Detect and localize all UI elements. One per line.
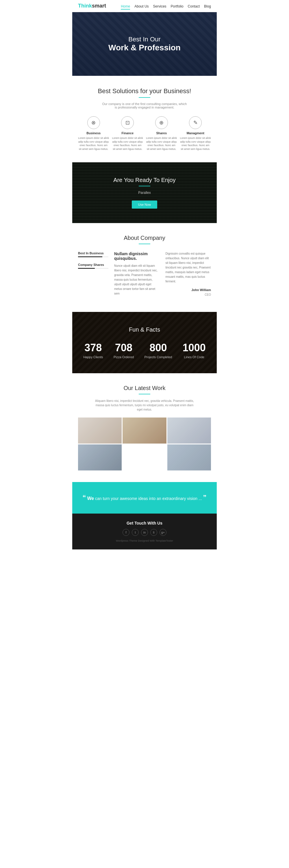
quote-open-mark: “ [82,494,86,501]
nav-item-blog[interactable]: Blog [204,4,211,8]
feature-desc: Lorem ipsum dolor sit alink adip tulla c… [180,136,211,151]
feature-finance: ⊡ Finance Lorem ipsum dolor sit alink ad… [112,116,143,151]
fact-number: 378 [83,342,103,354]
parallax-section: Are You Ready To Enjoy Parallex Use Now [72,162,217,223]
feature-desc: Lorem ipsum dolor sit alink adip tulla c… [146,136,177,151]
feature-managment: ✎ Managment Lorem ipsum dolor sit alink … [180,116,211,151]
parallax-subtext: Parallex [78,191,211,195]
social-icon-gplus[interactable]: g+ [159,529,167,536]
progress-bar [78,268,108,269]
shares-icon: ⊕ [155,116,168,129]
quote-section: “ We can turn your awesome ideas into an… [72,482,217,513]
footer-heading: Get Touch With Us [78,521,211,525]
social-icon-f[interactable]: f [122,529,130,536]
portfolio-item-4[interactable] [78,444,122,470]
feature-name: Managment [180,131,211,135]
portfolio-item-3[interactable] [167,417,211,443]
progress-fill [78,268,95,269]
feature-business: ⊗ Business Lorem ipsum dolor sit alink a… [78,116,109,151]
fact-item: 800 Projects Completed [144,342,172,359]
hero-content: Best In Our Work & Profession [108,36,181,52]
fact-number: 708 [114,342,134,354]
about-section: About Company Best In Business Company S… [72,223,217,312]
solutions-subtext: Our company is one of the first consulti… [101,102,188,109]
features-list: ⊗ Business Lorem ipsum dolor sit alink a… [78,116,211,151]
finance-icon: ⊡ [121,116,134,129]
feature-desc: Lorem ipsum dolor sit alink adip tulla c… [78,136,109,151]
nav-item-services[interactable]: Services [153,4,167,8]
portfolio-grid [78,417,211,470]
footer-copyright: Wordpress Theme Designed With TemplateTo… [78,539,211,542]
about-underline [139,244,150,244]
about-right-text: Dignissim convallis est quisque onfaucib… [166,251,211,284]
brand-logo[interactable]: Thinksmart [78,3,106,9]
fact-number: 1000 [183,342,206,354]
fact-label: Pizza Ordered [114,355,134,359]
facts-grid: 378 Happy Clients 708 Pizza Ordered 800 … [78,342,211,359]
quote-rest: can turn your awesome ideas into an extr… [94,496,202,501]
about-middle: Nullam dignissim quisquibus. Nunce ulput… [114,251,160,300]
nav-item-about-us[interactable]: About Us [134,4,149,8]
hero-section: Best In Our Work & Profession [72,12,217,76]
about-author: John William CEO [166,288,211,297]
stat-label: Company Shares [78,263,108,267]
nav-menu: HomeAbout UsServicesPortfolioContactBlog [121,3,211,9]
fact-item: 708 Pizza Ordered [114,342,134,359]
fact-label: Lines Of Code [183,355,206,359]
brand-think: Think [78,3,92,9]
navbar: Thinksmart HomeAbout UsServicesPortfolio… [72,0,217,12]
about-right: Dignissim convallis est quisque onfaucib… [166,251,211,300]
nav-item-portfolio[interactable]: Portfolio [171,4,183,8]
stat-item: Company Shares [78,263,108,269]
social-icon-in[interactable]: in [141,529,148,536]
feature-desc: Lorem ipsum dolor sit alink adip tulla c… [112,136,143,151]
fact-label: Happy Clients [83,355,103,359]
brand-smart: smart [92,3,106,9]
quote-text: “ We can turn your awesome ideas into an… [81,492,208,503]
feature-shares: ⊕ Shares Lorem ipsum dolor sit alink adi… [146,116,177,151]
hero-line2: Work & Profession [108,43,181,52]
quote-close-mark: ” [203,494,207,501]
portfolio-item-1[interactable] [78,417,122,443]
fun-facts-section: Fun & Facts 378 Happy Clients 708 Pizza … [72,312,217,373]
about-middle-heading: Nullam dignissim quisquibus. [114,251,160,261]
portfolio-item-6[interactable] [167,444,211,470]
nav-item-contact[interactable]: Contact [188,4,200,8]
footer: Get Touch With Us ftinlig+ Wordpress The… [72,514,217,550]
solutions-heading: Best Solutions for your Business! [78,87,211,95]
author-name: John William [166,288,211,292]
about-content: Best In Business Company Shares Nullam d… [78,251,211,300]
fact-item: 1000 Lines Of Code [183,342,206,359]
parallax-underline [139,186,150,186]
author-title: CEO [205,293,211,296]
portfolio-item-5[interactable] [122,444,166,470]
feature-name: Business [78,131,109,135]
portfolio-underline [139,394,150,394]
fact-item: 378 Happy Clients [83,342,103,359]
social-icon-li[interactable]: li [150,529,157,536]
feature-name: Finance [112,131,143,135]
nav-item-home[interactable]: Home [121,4,130,9]
progress-fill [78,256,102,257]
solutions-underline [139,97,150,98]
stat-item: Best In Business [78,251,108,257]
progress-bar [78,256,108,257]
use-now-button[interactable]: Use Now [132,200,157,209]
solutions-section: Best Solutions for your Business! Our co… [72,76,217,162]
feature-name: Shares [146,131,177,135]
hero-line1: Best In Our [108,36,181,43]
fact-label: Projects Completed [144,355,172,359]
social-icons: ftinlig+ [78,529,211,536]
stat-label: Best In Business [78,251,108,255]
portfolio-heading: Our Latest Work [78,385,211,392]
about-middle-text: Nunce ulputt diam elit sit liquam libero… [114,264,160,296]
portfolio-section: Our Latest Work Aliquam libero nisi, imp… [72,373,217,482]
business-icon: ⊗ [87,116,100,129]
managment-icon: ✎ [189,116,202,129]
social-icon-t[interactable]: t [132,529,139,536]
portfolio-subtext: Aliquam libero nisi, imperdict tincidunt… [94,399,195,412]
portfolio-item-2[interactable] [122,417,166,443]
fact-number: 800 [144,342,172,354]
parallax-heading: Are You Ready To Enjoy [78,177,211,183]
about-heading: About Company [78,235,211,241]
